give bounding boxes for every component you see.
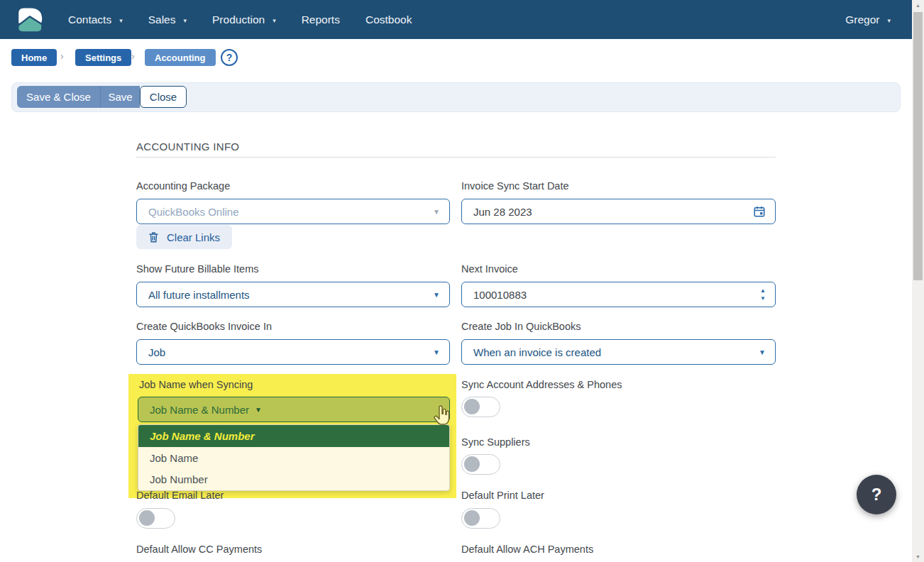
invoice-sync-start-date-value: Jun 28 2023 [473, 206, 753, 218]
save-button[interactable]: Save [100, 86, 140, 108]
help-fab-button[interactable]: ? [857, 475, 896, 514]
default-email-later-label: Default Email Later [136, 490, 224, 501]
close-button[interactable]: Close [140, 86, 187, 108]
clear-links-button[interactable]: Clear Links [136, 225, 232, 249]
nav-item-label: Reports [302, 13, 340, 26]
sync-account-addresses-phones-label: Sync Account Addresses & Phones [461, 379, 622, 390]
invoice-sync-start-date-input[interactable]: Jun 28 2023 [461, 199, 776, 224]
stepper-up-icon[interactable]: ▲ [760, 288, 766, 294]
select-caret-icon: ▼ [759, 348, 766, 356]
toggle-knob [464, 399, 480, 414]
accounting-package-label: Accounting Package [136, 180, 230, 192]
next-invoice-input[interactable]: 100010883 ▲ ▼ [461, 282, 776, 307]
scrollbar-up-arrow[interactable]: ▲ [912, 0, 924, 11]
nav-item-label: Sales [148, 13, 176, 26]
show-future-billable-items-value: All future installments [148, 289, 427, 301]
nav-item-contacts[interactable]: Contacts ▾ [68, 13, 123, 26]
create-job-in-quickbooks-value: When an invoice is created [473, 346, 753, 358]
stepper-down-icon[interactable]: ▼ [760, 296, 766, 302]
number-stepper: ▲ ▼ [760, 288, 766, 302]
trash-icon [148, 231, 159, 243]
job-name-when-syncing-select[interactable]: Job Name & Number ▼ [138, 397, 450, 422]
create-quickbooks-invoice-in-value: Job [148, 346, 427, 358]
user-menu[interactable]: Gregor ▾ [845, 0, 891, 39]
job-name-when-syncing-value: Job Name & Number [150, 404, 249, 416]
nav-item-label: Contacts [68, 13, 111, 26]
chevron-right-icon: › [60, 50, 64, 62]
select-caret-icon: ▼ [433, 348, 440, 356]
dropdown-option-job-name[interactable]: Job Name [138, 447, 449, 469]
select-caret-icon: ▼ [433, 208, 440, 216]
default-allow-ach-payments-label: Default Allow ACH Payments [461, 544, 593, 555]
accounting-package-value: QuickBooks Online [148, 206, 427, 218]
dropdown-option-job-name-and-number[interactable]: Job Name & Number [138, 425, 449, 447]
nav-item-sales[interactable]: Sales ▾ [148, 13, 187, 26]
toggle-knob [464, 510, 480, 526]
clear-links-label: Clear Links [167, 231, 220, 243]
nav-item-reports[interactable]: Reports [302, 13, 340, 26]
sync-suppliers-toggle[interactable] [461, 454, 500, 475]
job-name-when-syncing-label: Job Name when Syncing [139, 379, 253, 390]
invoice-sync-start-date-label: Invoice Sync Start Date [461, 180, 569, 192]
nav-item-label: Production [212, 13, 265, 26]
create-job-in-quickbooks-label: Create Job In QuickBooks [461, 321, 581, 332]
nav-item-production[interactable]: Production ▾ [212, 13, 276, 26]
chevron-right-icon: › [131, 50, 135, 62]
main-nav: Contacts ▾ Sales ▾ Production ▾ Reports … [68, 0, 412, 39]
job-name-when-syncing-dropdown: Job Name & Number Job Name Job Number [138, 424, 450, 491]
create-quickbooks-invoice-in-label: Create QuickBooks Invoice In [136, 321, 272, 332]
chevron-down-icon: ▾ [119, 16, 123, 24]
sync-account-addresses-phones-toggle[interactable] [461, 397, 500, 417]
chevron-down-icon: ▾ [273, 16, 276, 24]
nav-item-label: Costbook [365, 13, 412, 26]
settings-accounting-page: Contacts ▾ Sales ▾ Production ▾ Reports … [0, 0, 924, 562]
create-job-in-quickbooks-select[interactable]: When an invoice is created ▼ [461, 339, 776, 365]
app-logo-icon [13, 4, 44, 35]
create-quickbooks-invoice-in-select[interactable]: Job ▼ [136, 339, 450, 365]
default-email-later-toggle[interactable] [136, 508, 175, 529]
select-caret-icon: ▼ [433, 291, 440, 299]
accounting-package-select[interactable]: QuickBooks Online ▼ [136, 199, 450, 224]
save-and-close-button[interactable]: Save & Close [17, 86, 100, 108]
nav-item-costbook[interactable]: Costbook [365, 13, 412, 26]
section-divider [136, 157, 776, 158]
show-future-billable-items-label: Show Future Billable Items [136, 263, 258, 275]
default-print-later-toggle[interactable] [461, 508, 500, 529]
top-navbar: Contacts ▾ Sales ▾ Production ▾ Reports … [0, 0, 912, 39]
breadcrumb-settings[interactable]: Settings [75, 49, 131, 66]
section-title: ACCOUNTING INFO [136, 140, 239, 153]
user-name: Gregor [845, 13, 879, 26]
help-icon[interactable]: ? [221, 49, 238, 66]
breadcrumb-home[interactable]: Home [11, 49, 57, 66]
scrollbar[interactable]: ▲ ▼ [912, 0, 924, 562]
chevron-down-icon: ▾ [183, 16, 187, 24]
scrollbar-down-arrow[interactable]: ▼ [912, 551, 924, 562]
default-print-later-label: Default Print Later [461, 490, 544, 501]
calendar-icon[interactable] [753, 205, 766, 218]
show-future-billable-items-select[interactable]: All future installments ▼ [136, 282, 450, 307]
toggle-knob [464, 456, 480, 472]
toggle-knob [139, 510, 155, 526]
next-invoice-label: Next Invoice [461, 263, 518, 275]
select-caret-icon: ▼ [255, 406, 262, 414]
breadcrumb-accounting[interactable]: Accounting [145, 49, 216, 66]
scrollbar-thumb[interactable] [913, 12, 923, 280]
next-invoice-value: 100010883 [473, 289, 754, 301]
app-logo[interactable] [13, 4, 44, 35]
sync-suppliers-label: Sync Suppliers [461, 436, 530, 448]
default-allow-cc-payments-label: Default Allow CC Payments [136, 544, 262, 555]
chevron-down-icon: ▾ [887, 16, 891, 24]
dropdown-option-job-number[interactable]: Job Number [138, 468, 449, 490]
